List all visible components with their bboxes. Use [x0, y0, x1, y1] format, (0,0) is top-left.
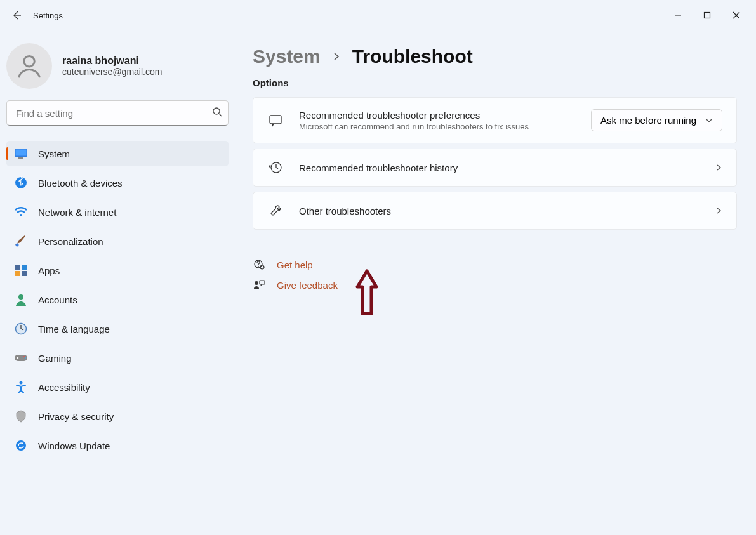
sidebar-item-windows-update[interactable]: Windows Update [6, 433, 229, 458]
sidebar-item-label: System [38, 149, 70, 159]
sidebar-item-label: Time & language [38, 324, 110, 334]
gamepad-icon [14, 351, 28, 365]
chevron-right-icon [332, 50, 341, 64]
user-name: raaina bhojwani [62, 55, 162, 67]
sidebar-item-apps[interactable]: Apps [6, 258, 229, 283]
svg-rect-27 [270, 116, 281, 124]
user-email: cuteuniverse@gmail.com [62, 67, 162, 77]
window-title: Settings [33, 11, 63, 20]
svg-rect-1 [705, 13, 710, 18]
svg-rect-9 [18, 157, 23, 159]
sidebar-item-privacy[interactable]: Privacy & security [6, 404, 229, 429]
brush-icon [14, 234, 28, 248]
svg-point-23 [23, 356, 25, 357]
sidebar-item-accounts[interactable]: Accounts [6, 287, 229, 312]
search-wrapper [6, 100, 229, 126]
link-text: Get help [277, 260, 313, 270]
card-troubleshooter-history[interactable]: Recommended troubleshooter history [253, 149, 737, 187]
page-title: Troubleshoot [352, 46, 473, 67]
chevron-down-icon [705, 117, 713, 124]
back-arrow-icon [11, 10, 22, 20]
back-button[interactable] [5, 4, 28, 27]
chat-icon [267, 114, 284, 128]
maximize-button[interactable] [693, 5, 722, 25]
chevron-right-icon [715, 207, 722, 215]
chevron-right-icon [715, 164, 722, 171]
card-troubleshooter-preferences[interactable]: Recommended troubleshooter preferences M… [253, 97, 737, 143]
svg-point-26 [16, 440, 26, 451]
svg-rect-14 [22, 265, 27, 270]
wifi-icon [14, 205, 28, 219]
svg-point-24 [25, 357, 26, 359]
section-title: Options [253, 77, 737, 88]
sidebar-item-label: Windows Update [38, 440, 110, 451]
close-button[interactable] [722, 5, 751, 25]
link-text: Give feedback [277, 280, 338, 291]
sidebar-item-label: Accessibility [38, 382, 90, 393]
card-other-troubleshooters[interactable]: Other troubleshooters [253, 192, 737, 230]
help-icon [253, 259, 265, 270]
sidebar-item-label: Network & internet [38, 207, 116, 218]
sidebar-item-network[interactable]: Network & internet [6, 199, 229, 225]
titlebar: Settings [0, 0, 756, 30]
svg-rect-8 [16, 150, 27, 156]
avatar-icon [15, 52, 43, 80]
svg-line-6 [219, 114, 222, 116]
feedback-icon [253, 279, 265, 291]
search-icon [212, 107, 222, 117]
wrench-icon [267, 204, 284, 218]
svg-point-32 [255, 281, 258, 285]
avatar [6, 43, 52, 89]
sidebar-item-gaming[interactable]: Gaming [6, 345, 229, 371]
search-input[interactable] [6, 100, 229, 126]
minimize-button[interactable] [663, 5, 693, 25]
sidebar-item-label: Accounts [38, 294, 77, 305]
svg-point-12 [16, 244, 19, 247]
sidebar-item-label: Bluetooth & devices [38, 178, 123, 188]
accessibility-icon [14, 380, 28, 394]
apps-icon [14, 263, 28, 277]
sidebar-item-label: Apps [38, 265, 60, 276]
breadcrumb-parent[interactable]: System [253, 46, 321, 67]
link-give-feedback[interactable]: Give feedback [253, 279, 737, 291]
svg-rect-15 [15, 271, 20, 276]
svg-point-5 [213, 108, 220, 114]
sidebar-item-label: Privacy & security [38, 411, 114, 422]
history-icon [267, 161, 284, 175]
breadcrumb: System Troubleshoot [253, 46, 737, 67]
svg-point-4 [24, 56, 35, 67]
sidebar-item-personalization[interactable]: Personalization [6, 228, 229, 254]
sidebar-item-bluetooth[interactable]: Bluetooth & devices [6, 170, 229, 195]
window-controls [663, 5, 751, 25]
svg-point-11 [20, 214, 22, 216]
clock-icon [14, 322, 28, 336]
main-content: System Troubleshoot Options Recommended … [235, 30, 756, 535]
svg-point-22 [17, 357, 18, 359]
shield-icon [14, 409, 28, 423]
maximize-icon [703, 11, 711, 19]
svg-rect-16 [22, 271, 27, 276]
svg-point-30 [258, 266, 258, 267]
sidebar: raaina bhojwani cuteuniverse@gmail.com S… [0, 30, 235, 535]
svg-rect-33 [260, 281, 265, 284]
card-title: Recommended troubleshooter preferences [299, 110, 576, 121]
bluetooth-icon [14, 176, 28, 190]
search-button[interactable] [212, 107, 222, 119]
sidebar-item-system[interactable]: System [6, 141, 229, 166]
sidebar-item-time-language[interactable]: Time & language [6, 316, 229, 341]
monitor-icon [14, 147, 28, 161]
sidebar-item-label: Personalization [38, 236, 103, 247]
preferences-dropdown[interactable]: Ask me before running [591, 109, 722, 131]
svg-point-25 [20, 381, 23, 385]
card-subtitle: Microsoft can recommend and run troubles… [299, 122, 566, 131]
person-icon [14, 293, 28, 307]
user-profile[interactable]: raaina bhojwani cuteuniverse@gmail.com [6, 41, 229, 100]
card-title: Recommended troubleshooter history [299, 162, 700, 173]
close-icon [733, 11, 740, 19]
minimize-icon [674, 11, 682, 19]
update-icon [14, 439, 28, 452]
card-title: Other troubleshooters [299, 206, 700, 216]
link-get-help[interactable]: Get help [253, 259, 737, 270]
sidebar-item-accessibility[interactable]: Accessibility [6, 374, 229, 400]
svg-point-17 [18, 294, 23, 300]
